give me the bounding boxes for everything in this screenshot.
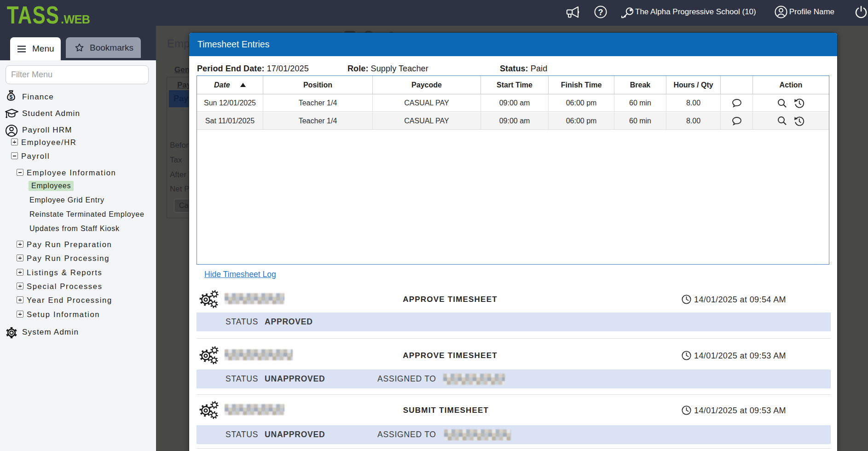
svg-text:.WEB: .WEB [61,13,90,26]
svg-text:TASS: TASS [7,2,59,26]
svg-text:?: ? [598,7,603,17]
